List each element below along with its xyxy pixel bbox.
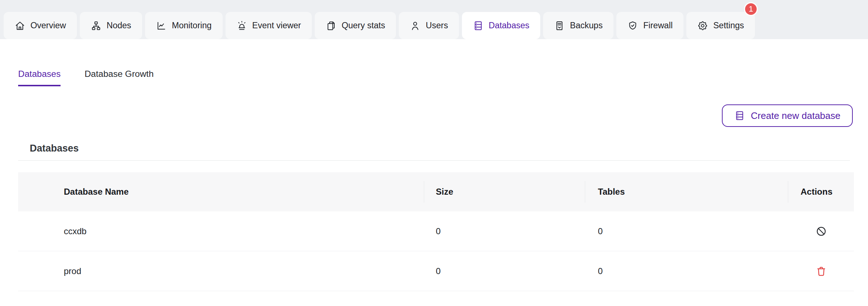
section-divider (18, 160, 850, 161)
table-header-row: Database Name Size Tables Actions (18, 172, 854, 211)
tab-label: Backups (570, 21, 603, 30)
tab-monitoring[interactable]: Monitoring (145, 12, 223, 39)
column-header-tables: Tables (585, 172, 788, 211)
tab-databases[interactable]: Databases (462, 12, 540, 39)
delete-database-button[interactable] (815, 265, 827, 277)
tab-users[interactable]: Users (399, 12, 459, 39)
subtab-databases[interactable]: Databases (18, 69, 61, 86)
tab-label: Databases (489, 21, 529, 30)
trash-icon (815, 265, 827, 277)
database-icon (473, 20, 484, 31)
tab-label: Query stats (342, 21, 385, 30)
main-tab-bar: Overview Nodes Monitoring Event vie (0, 0, 868, 39)
sub-tab-bar: Databases Database Growth (18, 69, 154, 86)
tab-query-stats[interactable]: Query stats (315, 12, 396, 39)
subtab-label: Databases (18, 69, 61, 79)
column-header-size: Size (424, 172, 585, 211)
tab-label: Monitoring (172, 21, 212, 30)
table-row: ccxdb 0 0 (18, 211, 854, 251)
tab-firewall[interactable]: Firewall (616, 12, 683, 39)
tab-nodes[interactable]: Nodes (80, 12, 142, 39)
tab-overview[interactable]: Overview (4, 12, 77, 39)
tab-settings[interactable]: Settings 1 (686, 12, 755, 39)
tab-label: Event viewer (252, 21, 301, 30)
database-name-cell: ccxdb (18, 211, 424, 251)
ban-icon (815, 226, 827, 237)
column-header-actions: Actions (788, 172, 854, 211)
create-button-label: Create new database (751, 110, 840, 121)
section-title: Databases (30, 142, 79, 154)
tab-label: Settings (713, 21, 744, 30)
table-row: prod 0 0 (18, 251, 854, 291)
nodes-icon (91, 20, 102, 31)
tab-label: Overview (30, 21, 66, 30)
tab-backups[interactable]: Backups (543, 12, 613, 39)
size-cell: 0 (424, 251, 585, 291)
chart-line-icon (156, 20, 167, 31)
documents-icon (326, 20, 336, 31)
database-admin-page: Overview Nodes Monitoring Event vie (0, 0, 868, 306)
user-icon (410, 20, 421, 31)
tab-label: Users (426, 21, 448, 30)
subtab-label: Database Growth (84, 69, 154, 79)
settings-notification-badge: 1 (744, 2, 758, 16)
siren-icon (236, 20, 247, 31)
delete-disabled-button[interactable] (815, 225, 827, 237)
tab-event-viewer[interactable]: Event viewer (226, 12, 312, 39)
backup-icon (554, 20, 565, 31)
gear-icon (697, 20, 708, 31)
tables-cell: 0 (585, 211, 788, 251)
shield-check-icon (627, 20, 638, 31)
create-new-database-button[interactable]: Create new database (722, 104, 853, 127)
database-icon (734, 110, 745, 121)
size-cell: 0 (424, 211, 585, 251)
database-name-cell: prod (18, 251, 424, 291)
home-icon (15, 20, 25, 31)
subtab-database-growth[interactable]: Database Growth (84, 69, 154, 86)
databases-table: Database Name Size Tables Actions ccxdb … (18, 172, 854, 291)
column-header-database-name: Database Name (18, 172, 424, 211)
tab-label: Firewall (643, 21, 673, 30)
tables-cell: 0 (585, 251, 788, 291)
tab-label: Nodes (107, 21, 131, 30)
